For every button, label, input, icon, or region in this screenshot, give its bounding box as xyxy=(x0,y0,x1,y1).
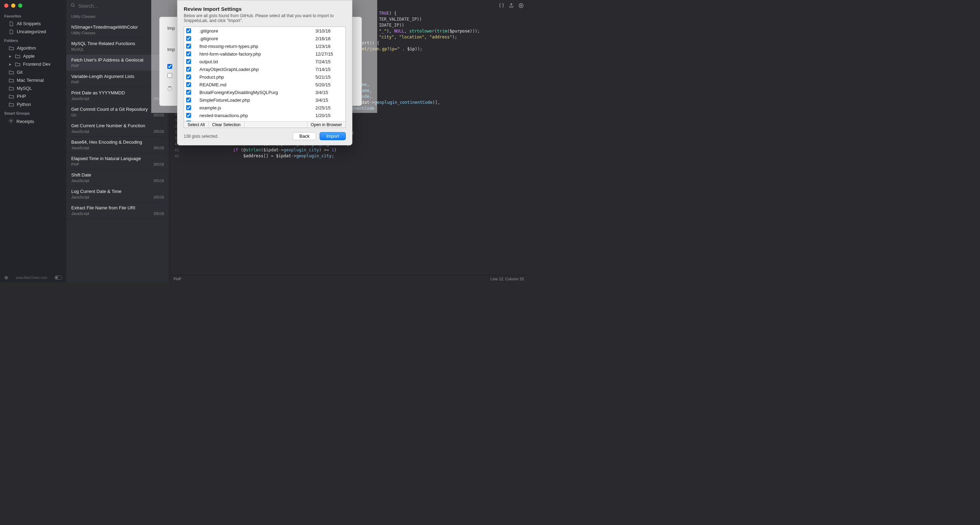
gist-row[interactable]: README.md5/20/15 xyxy=(184,81,345,88)
minimize-window-button[interactable] xyxy=(11,3,15,8)
document-icon xyxy=(8,29,14,34)
gist-checkbox[interactable] xyxy=(186,67,191,72)
gist-table-body[interactable]: .gitignore3/10/16.gitignore2/16/16find-m… xyxy=(184,27,345,121)
braces-icon[interactable] xyxy=(499,3,504,8)
line-number: 42 xyxy=(169,153,183,159)
gist-checkbox[interactable] xyxy=(186,59,191,64)
import-option-checkbox-1[interactable] xyxy=(167,64,172,69)
folder-item[interactable]: Git xyxy=(0,68,66,76)
snippet-list-item[interactable]: Log Current Date & TimeJavaScript3/5/16 xyxy=(66,186,169,203)
snippet-date: 3/5/16 xyxy=(153,179,164,183)
share-icon[interactable] xyxy=(509,3,514,8)
smart-groups-header: Smart Groups xyxy=(0,109,66,117)
snippet-title: Variable-Length Argument Lists xyxy=(71,74,164,79)
gist-date: 2/16/16 xyxy=(315,36,343,41)
snippet-date: 3/5/16 xyxy=(153,211,164,215)
statusbar-position: Line 12, Column 25 xyxy=(491,277,524,281)
gist-row[interactable]: nested-transactions.php1/20/15 xyxy=(184,112,345,119)
clear-selection-button[interactable]: Clear Selection xyxy=(208,122,244,128)
import-options-label: Imp xyxy=(167,47,175,52)
favorites-item[interactable]: Uncategorized xyxy=(0,28,66,36)
chevron-right-icon[interactable]: ▶ xyxy=(8,62,12,66)
gist-row[interactable]: SimpleFixtureLoader.php3/4/15 xyxy=(184,96,345,104)
snippet-list-item[interactable]: Base64, Hex Encoding & DecodingJavaScrip… xyxy=(66,137,169,153)
add-icon[interactable] xyxy=(518,3,524,8)
snippet-date: 3/5/16 xyxy=(153,129,164,134)
gist-checkbox[interactable] xyxy=(186,90,191,95)
snippet-list-item[interactable]: Elapsed Time in Natural LanguagePHP3/5/1… xyxy=(66,153,169,169)
code-line: 41 if (@strlen($ipdat->geoplugin_city) >… xyxy=(169,147,528,153)
gist-name: ArrayObjectGraphLoader.php xyxy=(199,67,315,72)
folder-item[interactable]: Python xyxy=(0,100,66,109)
chevron-right-icon[interactable]: ▶ xyxy=(8,54,12,58)
snippet-language: Utility Classes xyxy=(71,31,95,35)
gist-checkbox[interactable] xyxy=(186,36,191,41)
snippet-language: PHP xyxy=(71,80,79,84)
snippet-title: Get Commit Count of a Git Repository xyxy=(71,107,164,112)
snippet-title: MySQL Time Related Functions xyxy=(71,41,164,46)
gist-checkbox[interactable] xyxy=(186,113,191,118)
gist-checkbox[interactable] xyxy=(186,121,191,121)
import-button[interactable]: Import xyxy=(320,132,346,140)
gist-name: nested-transactions.php xyxy=(199,113,315,118)
gist-row[interactable]: .gitignore3/10/16 xyxy=(184,27,345,35)
gist-checkbox[interactable] xyxy=(186,44,191,49)
gist-row[interactable]: BrutalForeignKeyDisablingMySQLPurg3/4/15 xyxy=(184,88,345,96)
folder-item[interactable]: ▶Frontend Dev xyxy=(0,60,66,68)
gist-checkbox[interactable] xyxy=(186,51,191,56)
snippet-list-item[interactable]: Shift DateJavaScript3/5/16 xyxy=(66,169,169,186)
back-button[interactable]: Back xyxy=(293,132,316,140)
gist-row[interactable]: ArrayObjectGraphLoader.php7/14/15 xyxy=(184,65,345,73)
snippet-list-item[interactable]: Extract File Name from File URIJavaScrip… xyxy=(66,203,169,219)
document-icon xyxy=(8,21,14,26)
gist-row[interactable]: find-missing-return-types.php1/23/16 xyxy=(184,42,345,50)
gist-row[interactable]: .gitignore2/16/16 xyxy=(184,35,345,42)
gist-table-footer: Select All Clear Selection Open in Brows… xyxy=(184,121,345,128)
gist-checkbox[interactable] xyxy=(186,75,191,79)
snippet-title: Fetch User's IP Address & Geolocat xyxy=(71,57,164,62)
favorites-item[interactable]: All Snippets xyxy=(0,19,66,28)
folder-item[interactable]: PHP xyxy=(0,92,66,100)
modal-subtitle: Below are all gists found from GitHub. P… xyxy=(177,13,352,27)
gist-checkbox[interactable] xyxy=(186,105,191,110)
spinner-icon xyxy=(167,86,172,91)
folder-item[interactable]: MySQL xyxy=(0,84,66,92)
snippet-language: JavaScript xyxy=(71,129,89,134)
select-all-button[interactable]: Select All xyxy=(184,122,208,128)
import-review-modal: Review Import Settings Below are all gis… xyxy=(177,0,352,145)
zoom-window-button[interactable] xyxy=(18,3,22,8)
sidebar-toggle[interactable] xyxy=(54,275,62,279)
folders-header: Folders xyxy=(0,36,66,44)
gist-name: README.md xyxy=(199,82,315,88)
snippet-date: 3/5/16 xyxy=(153,162,164,166)
gist-checkbox[interactable] xyxy=(186,82,191,87)
snippet-list-item[interactable]: Get Current Line Number & FunctionJavaSc… xyxy=(66,120,169,137)
sidebar-item-label: MySQL xyxy=(17,86,32,91)
gist-date: 3/10/16 xyxy=(315,28,343,34)
gist-name: SimpleFixtureLoader.php xyxy=(199,97,315,103)
gist-date: 7/24/15 xyxy=(315,59,343,64)
folder-icon xyxy=(8,86,14,91)
statusbar-language[interactable]: PHP xyxy=(173,277,181,281)
folder-icon xyxy=(15,54,20,58)
sidebar-item-label: PHP xyxy=(17,94,26,99)
close-window-button[interactable] xyxy=(4,3,8,8)
gist-row[interactable]: Foo54b039119141f998026307.php1/10/15 xyxy=(184,119,345,121)
gist-checkbox[interactable] xyxy=(186,97,191,102)
folder-item[interactable]: ▶Apple xyxy=(0,52,66,60)
folder-icon xyxy=(8,46,14,50)
gist-checkbox[interactable] xyxy=(186,28,191,33)
folder-item[interactable]: Mac Terminal xyxy=(0,76,66,84)
gist-row[interactable]: example.js2/25/15 xyxy=(184,104,345,112)
import-option-checkbox-2[interactable] xyxy=(167,73,172,78)
smart-group-item[interactable]: Receipts xyxy=(0,117,66,126)
sidebar-item-label: Mac Terminal xyxy=(17,78,44,83)
folder-item[interactable]: Algorithm xyxy=(0,44,66,52)
gist-row[interactable]: Product.php5/21/15 xyxy=(184,73,345,81)
add-icon[interactable]: ⊕ xyxy=(4,275,8,280)
gist-date: 1/20/15 xyxy=(315,113,343,118)
open-in-browser-button[interactable]: Open in Browser xyxy=(307,122,345,128)
gist-row[interactable]: output.txt7/24/15 xyxy=(184,57,345,65)
code-line: TRUE) { xyxy=(379,11,528,16)
gist-row[interactable]: html-form-validator-factory.php12/27/15 xyxy=(184,50,345,57)
